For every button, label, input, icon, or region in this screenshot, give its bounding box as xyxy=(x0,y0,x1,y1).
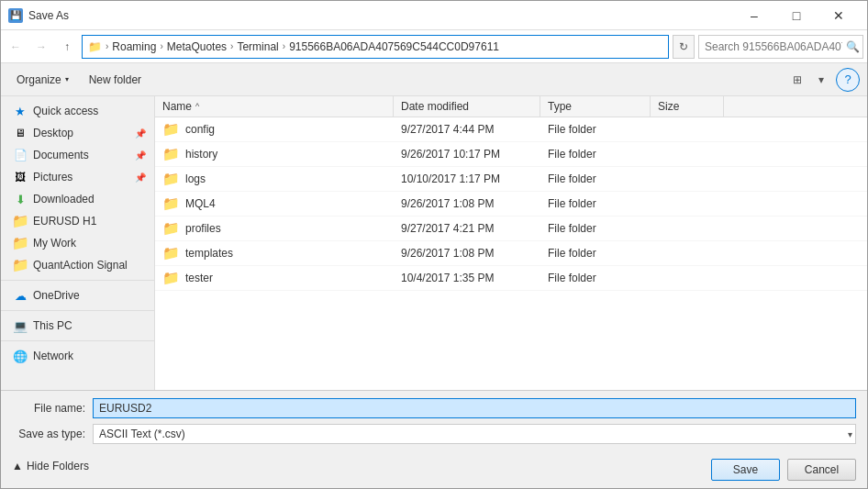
sidebar-divider-3 xyxy=(1,340,154,341)
sidebar-item-desktop[interactable]: 🖥 Desktop 📌 xyxy=(1,122,154,144)
col-header-date[interactable]: Date modified xyxy=(394,96,540,117)
file-date-cell: 9/27/2017 4:21 PM xyxy=(394,220,540,237)
path-segment-terminal: Terminal xyxy=(237,40,278,53)
file-size-cell xyxy=(651,227,724,230)
address-path[interactable]: 📁 › Roaming › MetaQuotes › Terminal › 91… xyxy=(82,35,669,59)
sidebar-item-my-work[interactable]: 📁 My Work xyxy=(1,232,154,254)
folder-icon: 📁 xyxy=(162,220,180,237)
file-size-cell xyxy=(651,202,724,206)
sidebar-item-network[interactable]: 🌐 Network xyxy=(1,345,154,367)
sidebar-item-quantaction[interactable]: 📁 QuantAction Signal xyxy=(1,254,154,276)
organize-button[interactable]: Organize ▾ xyxy=(8,68,77,92)
col-header-size[interactable]: Size xyxy=(651,96,724,117)
desktop-icon: 🖥 xyxy=(13,126,28,140)
sidebar-item-label-my-work: My Work xyxy=(33,237,146,250)
sort-arrow-name: ^ xyxy=(195,102,199,111)
title-bar-left: 💾 Save As xyxy=(8,8,69,23)
pin-icon-pictures: 📌 xyxy=(135,172,146,183)
organize-dropdown-icon: ▾ xyxy=(65,75,69,83)
sidebar-item-pictures[interactable]: 🖼 Pictures 📌 xyxy=(1,166,154,188)
table-row[interactable]: 📁 profiles 9/27/2017 4:21 PM File folder xyxy=(155,217,867,241)
sidebar-divider-2 xyxy=(1,310,154,311)
maximize-button[interactable]: □ xyxy=(775,1,818,30)
table-row[interactable]: 📁 MQL4 9/26/2017 1:08 PM File folder xyxy=(155,192,867,217)
title-bar: 💾 Save As – □ ✕ xyxy=(1,1,867,30)
view-mode-button[interactable]: ⊞ xyxy=(786,69,808,91)
sidebar-item-label-eurusd: EURUSD H1 xyxy=(33,215,146,228)
downloaded-icon: ⬇ xyxy=(13,192,28,206)
bottom-buttons: Save Cancel xyxy=(711,459,856,481)
sidebar-item-eurusd[interactable]: 📁 EURUSD H1 xyxy=(1,210,154,232)
col-header-name[interactable]: Name ^ xyxy=(155,96,394,117)
save-as-dialog: 💾 Save As – □ ✕ ← → ↑ 📁 › Roaming › Meta… xyxy=(0,0,868,489)
file-name-cell: 📁 MQL4 xyxy=(155,194,394,214)
forward-button[interactable]: → xyxy=(30,36,52,58)
hide-folders-arrow: ▲ xyxy=(12,460,23,472)
close-button[interactable]: ✕ xyxy=(818,1,860,30)
refresh-button[interactable]: ↻ xyxy=(673,35,695,59)
file-name: config xyxy=(185,123,215,136)
hide-folders-label: Hide Folders xyxy=(27,460,89,472)
bottom-area: File name: Save as type: ASCII Text (*.c… xyxy=(1,390,867,488)
file-date-cell: 9/26/2017 1:08 PM xyxy=(394,195,540,212)
new-folder-button[interactable]: New folder xyxy=(81,68,150,92)
file-name: history xyxy=(185,148,217,161)
table-row[interactable]: 📁 tester 10/4/2017 1:35 PM File folder xyxy=(155,266,867,291)
folder-icon: 📁 xyxy=(162,195,180,212)
search-input[interactable] xyxy=(705,40,842,53)
pin-icon-desktop: 📌 xyxy=(135,128,146,139)
hide-folders-toggle[interactable]: ▲ Hide Folders xyxy=(12,456,89,476)
path-arrow-4: › xyxy=(283,41,285,51)
file-date-cell: 9/26/2017 1:08 PM xyxy=(394,245,540,261)
pictures-icon: 🖼 xyxy=(13,170,28,184)
help-button[interactable]: ? xyxy=(836,68,860,92)
file-size-cell xyxy=(651,276,724,280)
filetype-label: Save as type: xyxy=(12,428,85,440)
file-name-cell: 📁 history xyxy=(155,144,394,164)
file-list-area: Name ^ Date modified Type Size 📁 config xyxy=(155,96,867,390)
sidebar-item-label-documents: Documents xyxy=(33,149,129,161)
title-icon: 💾 xyxy=(8,8,23,23)
file-type-cell: File folder xyxy=(540,195,651,212)
cancel-button[interactable]: Cancel xyxy=(787,459,856,481)
table-row[interactable]: 📁 templates 9/26/2017 1:08 PM File folde… xyxy=(155,241,867,266)
path-segment-roaming: Roaming xyxy=(112,40,156,53)
sidebar-item-onedrive[interactable]: ☁ OneDrive xyxy=(1,284,154,306)
table-row[interactable]: 📁 logs 10/10/2017 1:17 PM File folder xyxy=(155,167,867,192)
view-dropdown-button[interactable]: ▾ xyxy=(810,69,832,91)
sidebar-item-this-pc[interactable]: 💻 This PC xyxy=(1,315,154,337)
folder-icon: 📁 xyxy=(162,245,180,261)
dialog-title: Save As xyxy=(28,9,69,22)
sidebar-item-documents[interactable]: 📄 Documents 📌 xyxy=(1,144,154,166)
minimize-button[interactable]: – xyxy=(733,1,775,30)
sidebar: ★ Quick access 🖥 Desktop 📌 📄 Documents 📌… xyxy=(1,96,155,390)
onedrive-icon: ☁ xyxy=(13,288,28,303)
file-name: logs xyxy=(185,172,206,185)
sidebar-item-label-this-pc: This PC xyxy=(33,319,146,332)
back-button[interactable]: ← xyxy=(5,36,27,58)
up-button[interactable]: ↑ xyxy=(56,36,78,58)
path-segment-1: 📁 xyxy=(88,40,102,53)
file-type-cell: File folder xyxy=(540,171,651,187)
save-button[interactable]: Save xyxy=(711,459,780,481)
eurusd-icon: 📁 xyxy=(13,214,28,228)
col-header-type[interactable]: Type xyxy=(540,96,651,117)
organize-label: Organize xyxy=(17,73,61,86)
sidebar-item-quick-access[interactable]: ★ Quick access xyxy=(1,100,154,122)
table-row[interactable]: 📁 history 9/26/2017 10:17 PM File folder xyxy=(155,142,867,167)
folder-icon: 📁 xyxy=(162,121,180,138)
table-row[interactable]: 📁 config 9/27/2017 4:44 PM File folder xyxy=(155,117,867,142)
folder-icon: 📁 xyxy=(162,146,180,162)
file-rows-container: 📁 config 9/27/2017 4:44 PM File folder 📁… xyxy=(155,117,867,291)
file-name: tester xyxy=(185,272,213,284)
folder-icon: 📁 xyxy=(162,171,180,187)
file-date-cell: 10/10/2017 1:17 PM xyxy=(394,171,540,187)
sidebar-item-downloaded[interactable]: ⬇ Downloaded xyxy=(1,188,154,210)
sidebar-item-label-network: Network xyxy=(33,350,146,362)
file-name: MQL4 xyxy=(185,197,216,210)
file-size-cell xyxy=(651,251,724,255)
my-work-icon: 📁 xyxy=(13,236,28,250)
filetype-select[interactable]: ASCII Text (*.csv) xyxy=(93,424,856,444)
filename-input[interactable] xyxy=(93,398,856,418)
file-type-cell: File folder xyxy=(540,121,651,138)
